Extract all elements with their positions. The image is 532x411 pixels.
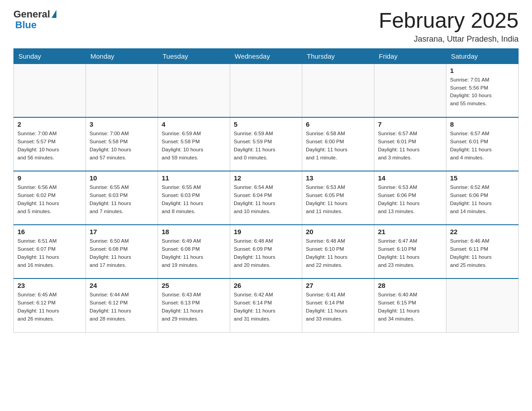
day-info: Sunrise: 6:49 AMSunset: 6:08 PMDaylight:… <box>162 237 226 269</box>
title-section: February 2025 Jasrana, Uttar Pradesh, In… <box>379 9 519 44</box>
calendar-cell <box>14 64 86 117</box>
calendar-cell: 4Sunrise: 6:59 AMSunset: 5:58 PMDaylight… <box>158 117 230 171</box>
calendar-cell: 18Sunrise: 6:49 AMSunset: 6:08 PMDayligh… <box>158 225 230 278</box>
day-number: 7 <box>378 120 442 128</box>
day-number: 25 <box>162 282 226 289</box>
day-number: 19 <box>234 228 298 235</box>
day-number: 26 <box>234 282 298 289</box>
day-info: Sunrise: 6:48 AMSunset: 6:10 PMDaylight:… <box>306 237 370 269</box>
day-info: Sunrise: 6:44 AMSunset: 6:12 PMDaylight:… <box>90 291 154 323</box>
day-number: 10 <box>90 174 154 182</box>
day-number: 24 <box>90 282 154 289</box>
calendar-day-header: Monday <box>86 48 158 64</box>
calendar-header-row: SundayMondayTuesdayWednesdayThursdayFrid… <box>14 48 519 64</box>
calendar-cell: 5Sunrise: 6:59 AMSunset: 5:59 PMDaylight… <box>230 117 302 171</box>
day-number: 5 <box>234 120 298 128</box>
calendar-day-header: Tuesday <box>158 48 230 64</box>
day-number: 4 <box>162 120 226 128</box>
day-number: 2 <box>17 120 82 128</box>
day-info: Sunrise: 6:50 AMSunset: 6:08 PMDaylight:… <box>90 237 154 269</box>
calendar-cell: 25Sunrise: 6:43 AMSunset: 6:13 PMDayligh… <box>158 278 230 332</box>
day-number: 3 <box>90 120 154 128</box>
logo-general-text: General <box>13 9 50 20</box>
calendar-cell <box>374 64 446 117</box>
calendar-week-row: 2Sunrise: 7:00 AMSunset: 5:57 PMDaylight… <box>14 117 519 171</box>
calendar-day-header: Sunday <box>14 48 86 64</box>
calendar-cell <box>158 64 230 117</box>
calendar-day-header: Saturday <box>446 48 519 64</box>
day-number: 12 <box>234 174 298 182</box>
calendar-cell: 8Sunrise: 6:57 AMSunset: 6:01 PMDaylight… <box>446 117 519 171</box>
calendar-cell: 23Sunrise: 6:45 AMSunset: 6:12 PMDayligh… <box>14 278 86 332</box>
day-info: Sunrise: 6:55 AMSunset: 6:03 PMDaylight:… <box>90 184 154 215</box>
location-text: Jasrana, Uttar Pradesh, India <box>379 34 519 44</box>
calendar-cell: 9Sunrise: 6:56 AMSunset: 6:02 PMDaylight… <box>14 171 86 225</box>
calendar-cell: 2Sunrise: 7:00 AMSunset: 5:57 PMDaylight… <box>14 117 86 171</box>
day-info: Sunrise: 6:42 AMSunset: 6:14 PMDaylight:… <box>234 291 298 323</box>
calendar-cell: 15Sunrise: 6:52 AMSunset: 6:06 PMDayligh… <box>446 171 519 225</box>
day-number: 6 <box>306 120 370 128</box>
day-info: Sunrise: 6:47 AMSunset: 6:10 PMDaylight:… <box>378 237 442 269</box>
calendar-cell: 17Sunrise: 6:50 AMSunset: 6:08 PMDayligh… <box>86 225 158 278</box>
calendar-cell: 28Sunrise: 6:40 AMSunset: 6:15 PMDayligh… <box>374 278 446 332</box>
calendar-cell: 19Sunrise: 6:48 AMSunset: 6:09 PMDayligh… <box>230 225 302 278</box>
calendar-cell <box>302 64 374 117</box>
day-info: Sunrise: 6:56 AMSunset: 6:02 PMDaylight:… <box>17 184 82 215</box>
day-info: Sunrise: 6:53 AMSunset: 6:05 PMDaylight:… <box>306 184 370 215</box>
day-number: 18 <box>162 228 226 235</box>
calendar-cell: 27Sunrise: 6:41 AMSunset: 6:14 PMDayligh… <box>302 278 374 332</box>
calendar-day-header: Friday <box>374 48 446 64</box>
day-info: Sunrise: 6:48 AMSunset: 6:09 PMDaylight:… <box>234 237 298 269</box>
day-number: 27 <box>306 282 370 289</box>
calendar-cell <box>230 64 302 117</box>
calendar-week-row: 9Sunrise: 6:56 AMSunset: 6:02 PMDaylight… <box>14 171 519 225</box>
calendar-cell: 26Sunrise: 6:42 AMSunset: 6:14 PMDayligh… <box>230 278 302 332</box>
day-info: Sunrise: 7:01 AMSunset: 5:56 PMDaylight:… <box>450 76 515 108</box>
calendar-cell: 13Sunrise: 6:53 AMSunset: 6:05 PMDayligh… <box>302 171 374 225</box>
day-info: Sunrise: 7:00 AMSunset: 5:57 PMDaylight:… <box>17 130 82 162</box>
page-header: General Blue February 2025 Jasrana, Utta… <box>13 9 519 44</box>
calendar-week-row: 23Sunrise: 6:45 AMSunset: 6:12 PMDayligh… <box>14 278 519 332</box>
calendar-cell: 11Sunrise: 6:55 AMSunset: 6:03 PMDayligh… <box>158 171 230 225</box>
calendar-cell: 20Sunrise: 6:48 AMSunset: 6:10 PMDayligh… <box>302 225 374 278</box>
calendar-day-header: Wednesday <box>230 48 302 64</box>
day-info: Sunrise: 6:51 AMSunset: 6:07 PMDaylight:… <box>17 237 82 269</box>
day-number: 20 <box>306 228 370 235</box>
calendar-cell <box>86 64 158 117</box>
day-info: Sunrise: 6:59 AMSunset: 5:59 PMDaylight:… <box>234 130 298 162</box>
day-number: 15 <box>450 174 515 182</box>
day-number: 28 <box>378 282 442 289</box>
month-title: February 2025 <box>379 9 519 33</box>
day-number: 23 <box>17 282 82 289</box>
day-number: 17 <box>90 228 154 235</box>
day-number: 9 <box>17 174 82 182</box>
day-number: 16 <box>17 228 82 235</box>
day-info: Sunrise: 6:53 AMSunset: 6:06 PMDaylight:… <box>378 184 442 215</box>
calendar-cell: 10Sunrise: 6:55 AMSunset: 6:03 PMDayligh… <box>86 171 158 225</box>
day-info: Sunrise: 6:57 AMSunset: 6:01 PMDaylight:… <box>450 130 515 162</box>
day-info: Sunrise: 6:45 AMSunset: 6:12 PMDaylight:… <box>17 291 82 323</box>
calendar-day-header: Thursday <box>302 48 374 64</box>
calendar-cell: 6Sunrise: 6:58 AMSunset: 6:00 PMDaylight… <box>302 117 374 171</box>
day-info: Sunrise: 6:52 AMSunset: 6:06 PMDaylight:… <box>450 184 515 215</box>
calendar-cell: 1Sunrise: 7:01 AMSunset: 5:56 PMDaylight… <box>446 64 519 117</box>
logo: General Blue <box>13 9 56 30</box>
logo-blue-text: Blue <box>15 20 56 30</box>
day-info: Sunrise: 6:57 AMSunset: 6:01 PMDaylight:… <box>378 130 442 162</box>
logo-triangle-icon <box>51 10 56 18</box>
calendar-cell: 14Sunrise: 6:53 AMSunset: 6:06 PMDayligh… <box>374 171 446 225</box>
calendar-cell: 3Sunrise: 7:00 AMSunset: 5:58 PMDaylight… <box>86 117 158 171</box>
day-info: Sunrise: 6:59 AMSunset: 5:58 PMDaylight:… <box>162 130 226 162</box>
day-info: Sunrise: 6:41 AMSunset: 6:14 PMDaylight:… <box>306 291 370 323</box>
day-info: Sunrise: 6:43 AMSunset: 6:13 PMDaylight:… <box>162 291 226 323</box>
calendar-table: SundayMondayTuesdayWednesdayThursdayFrid… <box>13 48 519 333</box>
day-info: Sunrise: 6:54 AMSunset: 6:04 PMDaylight:… <box>234 184 298 215</box>
calendar-cell: 7Sunrise: 6:57 AMSunset: 6:01 PMDaylight… <box>374 117 446 171</box>
day-info: Sunrise: 6:46 AMSunset: 6:11 PMDaylight:… <box>450 237 515 269</box>
calendar-cell: 21Sunrise: 6:47 AMSunset: 6:10 PMDayligh… <box>374 225 446 278</box>
calendar-week-row: 1Sunrise: 7:01 AMSunset: 5:56 PMDaylight… <box>14 64 519 117</box>
day-info: Sunrise: 7:00 AMSunset: 5:58 PMDaylight:… <box>90 130 154 162</box>
calendar-week-row: 16Sunrise: 6:51 AMSunset: 6:07 PMDayligh… <box>14 225 519 278</box>
day-number: 11 <box>162 174 226 182</box>
day-info: Sunrise: 6:55 AMSunset: 6:03 PMDaylight:… <box>162 184 226 215</box>
